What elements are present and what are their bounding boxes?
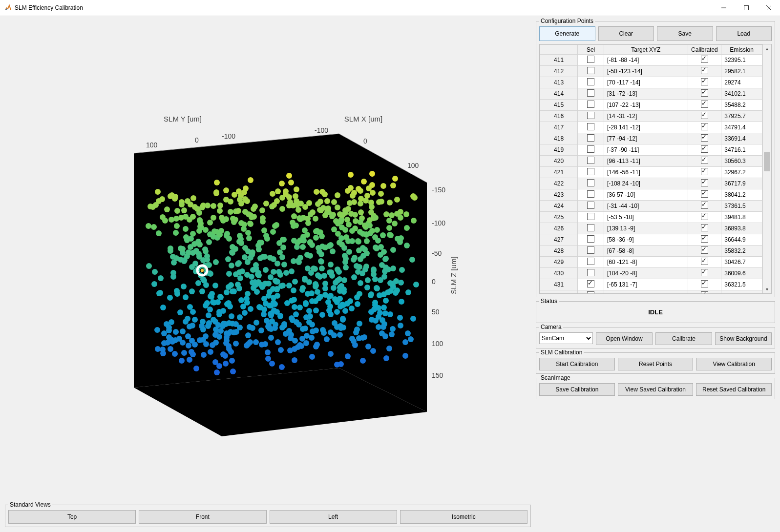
calibrated-checkbox[interactable] [688,133,721,144]
sel-checkbox[interactable] [578,100,604,111]
table-row[interactable]: 416[14 -31 -12]37925.7 [540,111,762,122]
generate-button[interactable]: Generate [539,26,595,41]
calibrated-checkbox[interactable] [688,268,721,279]
target-xyz-cell[interactable]: [77 -94 -12] [604,133,688,144]
target-xyz-cell[interactable]: [-127 111 -7] [604,290,688,294]
show-background-button[interactable]: Show Background [715,332,772,345]
view-front-button[interactable]: Front [139,510,266,524]
calibrated-checkbox[interactable] [688,88,721,100]
target-xyz-cell[interactable]: [-81 -88 -14] [604,55,688,66]
view-left-button[interactable]: Left [270,510,397,524]
table-row[interactable]: 415[107 -22 -13]35488.2 [540,100,762,111]
calibrated-checkbox[interactable] [688,234,721,246]
target-xyz-cell[interactable]: [-65 131 -7] [604,279,688,290]
sel-checkbox[interactable] [578,133,604,144]
calibrated-checkbox[interactable] [688,77,721,88]
save-calibration-button[interactable]: Save Calibration [539,383,615,396]
target-xyz-cell[interactable]: [96 -113 -11] [604,156,688,167]
start-calibration-button[interactable]: Start Calibration [539,358,615,370]
table-row[interactable]: 423[36 57 -10]38041.2 [540,189,762,201]
calibrated-checkbox[interactable] [688,279,721,290]
sel-checkbox[interactable] [578,290,604,294]
target-xyz-cell[interactable]: [-53 5 -10] [604,212,688,223]
target-xyz-cell[interactable]: [-28 141 -12] [604,122,688,133]
calibrated-checkbox[interactable] [688,111,721,122]
reset-points-button[interactable]: Reset Points [618,358,694,370]
target-xyz-cell[interactable]: [107 -22 -13] [604,100,688,111]
calibrated-checkbox[interactable] [688,246,721,257]
target-xyz-cell[interactable]: [104 -20 -8] [604,268,688,279]
sel-checkbox[interactable] [578,111,604,122]
save-button[interactable]: Save [657,26,713,41]
calibrated-checkbox[interactable] [688,122,721,133]
table-row[interactable]: 419[-37 -90 -11]34716.1 [540,144,762,156]
sel-checkbox[interactable] [578,144,604,156]
sel-checkbox[interactable] [578,122,604,133]
target-xyz-cell[interactable]: [67 -58 -8] [604,246,688,257]
target-xyz-cell[interactable]: [70 -117 -14] [604,77,688,88]
target-xyz-cell[interactable]: [-50 -123 -14] [604,66,688,77]
table-row[interactable]: 411[-81 -88 -14]32395.1 [540,55,762,66]
sel-checkbox[interactable] [578,268,604,279]
sel-checkbox[interactable] [578,223,604,234]
calibrated-checkbox[interactable] [688,55,721,66]
table-row[interactable]: 429[60 -121 -8]30426.7 [540,257,762,268]
table-row[interactable]: 418[77 -94 -12]33691.4 [540,133,762,144]
load-button[interactable]: Load [716,26,772,41]
sel-checkbox[interactable] [578,201,604,212]
table-row[interactable]: 417[-28 141 -12]34791.4 [540,122,762,133]
table-row[interactable]: 414[31 -72 -13]34102.1 [540,88,762,100]
points-table[interactable]: Sel Target XYZ Calibrated Emission 411[-… [540,44,762,293]
calibrated-checkbox[interactable] [688,189,721,201]
table-scrollbar[interactable]: ▴ ▾ [762,44,771,293]
target-xyz-cell[interactable]: [146 -56 -11] [604,167,688,178]
table-row[interactable]: 412[-50 -123 -14]29582.1 [540,66,762,77]
calibrated-checkbox[interactable] [688,178,721,189]
calibrated-checkbox[interactable] [688,100,721,111]
table-row[interactable]: 431[-65 131 -7]36321.5 [540,279,762,290]
table-row[interactable]: 421[146 -56 -11]32967.2 [540,167,762,178]
sel-checkbox[interactable] [578,212,604,223]
table-row[interactable]: 424[-31 -44 -10]37361.5 [540,201,762,212]
target-xyz-cell[interactable]: [139 13 -9] [604,223,688,234]
target-xyz-cell[interactable]: [31 -72 -13] [604,88,688,100]
view-top-button[interactable]: Top [8,510,136,524]
table-row[interactable]: 425[-53 5 -10]39481.8 [540,212,762,223]
sel-checkbox[interactable] [578,178,604,189]
view-saved-calibration-button[interactable]: View Saved Calibration [618,383,694,396]
table-row[interactable]: 413[70 -117 -14]29274 [540,77,762,88]
close-button[interactable] [758,0,780,16]
target-xyz-cell[interactable]: [-31 -44 -10] [604,201,688,212]
sel-checkbox[interactable] [578,246,604,257]
table-row[interactable]: 428[67 -58 -8]35832.2 [540,246,762,257]
minimize-button[interactable] [713,0,735,16]
calibrated-checkbox[interactable] [688,144,721,156]
calibrated-checkbox[interactable] [688,167,721,178]
sel-checkbox[interactable] [578,77,604,88]
table-row[interactable]: 420[96 -113 -11]30560.3 [540,156,762,167]
sel-checkbox[interactable] [578,234,604,246]
calibrated-checkbox[interactable] [688,66,721,77]
open-window-button[interactable]: Open Window [596,332,653,345]
table-row[interactable]: 422[-108 24 -10]36717.9 [540,178,762,189]
scroll-down-icon[interactable]: ▾ [763,285,771,293]
target-xyz-cell[interactable]: [60 -121 -8] [604,257,688,268]
sel-checkbox[interactable] [578,66,604,77]
sel-checkbox[interactable] [578,55,604,66]
camera-select[interactable]: SimCam [539,332,593,344]
table-row[interactable]: 426[139 13 -9]36893.8 [540,223,762,234]
sel-checkbox[interactable] [578,88,604,100]
target-xyz-cell[interactable]: [58 -36 -9] [604,234,688,246]
clear-button[interactable]: Clear [598,26,654,41]
sel-checkbox[interactable] [578,167,604,178]
calibrate-button[interactable]: Calibrate [655,332,712,345]
calibrated-checkbox[interactable] [688,201,721,212]
sel-checkbox[interactable] [578,156,604,167]
view-isometric-button[interactable]: Isometric [400,510,527,524]
calibrated-checkbox[interactable] [688,212,721,223]
scroll-up-icon[interactable]: ▴ [763,44,771,53]
maximize-button[interactable] [735,0,758,16]
reset-saved-calibration-button[interactable]: Reset Saved Calibration [696,383,772,396]
calibrated-checkbox[interactable] [688,223,721,234]
table-row[interactable]: 432[-127 111 -7]32898.6 [540,290,762,294]
